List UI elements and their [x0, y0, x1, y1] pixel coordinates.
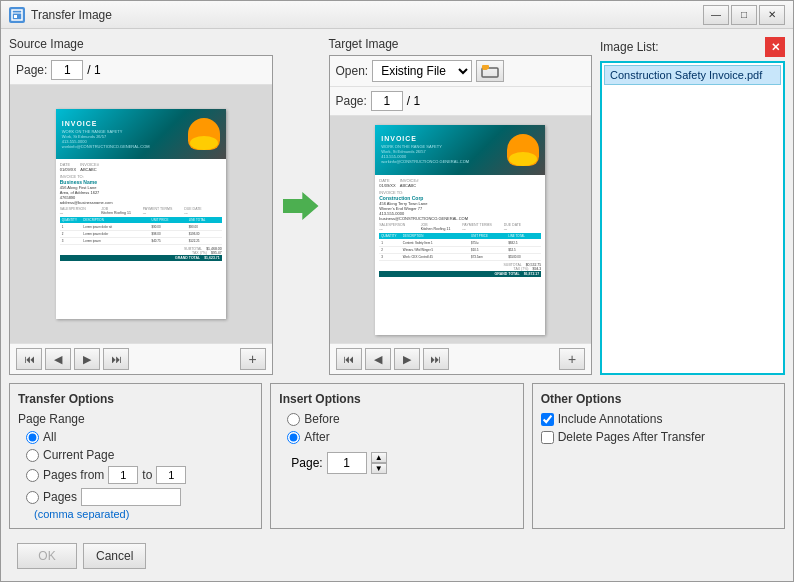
source-last-button[interactable]: ⏭: [103, 348, 129, 370]
target-last-button[interactable]: ⏭: [423, 348, 449, 370]
include-annotations-checkbox[interactable]: [541, 413, 554, 426]
source-label: Source Image: [9, 37, 273, 51]
before-radio[interactable]: [287, 413, 300, 426]
spinner-up-button[interactable]: ▲: [371, 452, 387, 463]
image-list-box: Construction Safety Invoice.pdf: [600, 61, 785, 375]
insert-radio-group: Before After Page: ▲ ▼: [287, 412, 514, 474]
target-invoice-body: DATE01/09/XX INVOICE#ABCABC INVOICE TO: …: [375, 175, 545, 280]
before-radio-row: Before: [287, 412, 514, 426]
pages-from-radio-row: Pages from to: [26, 466, 253, 484]
transfer-options-title: Transfer Options: [18, 392, 253, 406]
cancel-button[interactable]: Cancel: [83, 543, 146, 569]
target-panel: Target Image Open: Existing File New Fil…: [329, 37, 593, 375]
window-icon: [9, 7, 25, 23]
transfer-arrow[interactable]: [283, 192, 319, 220]
spinner-buttons: ▲ ▼: [371, 452, 387, 474]
image-list-label: Image List:: [600, 40, 659, 54]
source-prev-button[interactable]: ◀: [45, 348, 71, 370]
pages-radio-row: Pages: [26, 488, 253, 506]
title-bar: Transfer Image — □ ✕: [1, 1, 793, 29]
minimize-button[interactable]: —: [703, 5, 729, 25]
source-preview-area: INVOICE WORK ON THE RANGE SAFETY Work, S…: [10, 85, 272, 343]
image-list-panel: Image List: ✕ Construction Safety Invoic…: [600, 37, 785, 375]
include-annotations-label[interactable]: Include Annotations: [558, 412, 663, 426]
all-radio-label[interactable]: All: [43, 430, 56, 444]
insert-page-input[interactable]: [327, 452, 367, 474]
image-list-item[interactable]: Construction Safety Invoice.pdf: [604, 65, 781, 85]
after-radio-row: After: [287, 430, 514, 444]
target-nav-buttons: ⏮ ◀ ▶ ⏭ +: [330, 343, 592, 374]
source-border: Page: / 1 INVOICE WORK ON THE RANGE SAFE…: [9, 55, 273, 375]
source-first-button[interactable]: ⏮: [16, 348, 42, 370]
source-page-input[interactable]: [51, 60, 83, 80]
other-options-title: Other Options: [541, 392, 776, 406]
source-invoice-preview: INVOICE WORK ON THE RANGE SAFETY Work, S…: [56, 109, 226, 319]
target-first-button[interactable]: ⏮: [336, 348, 362, 370]
after-radio-label[interactable]: After: [304, 430, 329, 444]
close-button[interactable]: ✕: [759, 5, 785, 25]
page-range-radio-group: All Current Page Pages from to: [26, 430, 253, 506]
pages-from-input[interactable]: [108, 466, 138, 484]
pages-from-radio-label[interactable]: Pages from: [43, 468, 104, 482]
source-page-total: / 1: [87, 63, 100, 77]
arrow-section: [281, 37, 321, 375]
insert-options-title: Insert Options: [279, 392, 514, 406]
source-add-button[interactable]: +: [240, 348, 266, 370]
main-content: Source Image Page: / 1 INVOICE WORK ON T: [1, 29, 793, 581]
source-nav-buttons: ⏮ ◀ ▶ ⏭ +: [10, 343, 272, 374]
target-page-input[interactable]: [371, 91, 403, 111]
pages-radio-label[interactable]: Pages: [43, 490, 77, 504]
maximize-button[interactable]: □: [731, 5, 757, 25]
target-page-total: / 1: [407, 94, 420, 108]
target-add-button[interactable]: +: [559, 348, 585, 370]
source-panel: Source Image Page: / 1 INVOICE WORK ON T: [9, 37, 273, 375]
after-radio[interactable]: [287, 431, 300, 444]
all-radio-row: All: [26, 430, 253, 444]
target-preview-area: INVOICE WORK ON THE RANGE SAFETY Work, S…: [330, 116, 592, 343]
insert-page-label: Page:: [291, 456, 322, 470]
source-page-label: Page:: [16, 63, 47, 77]
delete-pages-checkbox[interactable]: [541, 431, 554, 444]
target-open-label: Open:: [336, 64, 369, 78]
all-radio[interactable]: [26, 431, 39, 444]
bottom-buttons: OK Cancel: [9, 537, 785, 573]
ok-button[interactable]: OK: [17, 543, 77, 569]
target-prev-button[interactable]: ◀: [365, 348, 391, 370]
pages-from-radio[interactable]: [26, 469, 39, 482]
transfer-image-window: Transfer Image — □ ✕ Source Image Page: …: [0, 0, 794, 582]
target-invoice-header: INVOICE WORK ON THE RANGE SAFETY Work, S…: [375, 125, 545, 175]
before-radio-label[interactable]: Before: [304, 412, 339, 426]
transfer-options-panel: Transfer Options Page Range All Current …: [9, 383, 262, 529]
current-page-radio-row: Current Page: [26, 448, 253, 462]
other-options-panel: Other Options Include Annotations Delete…: [532, 383, 785, 529]
current-page-radio-label[interactable]: Current Page: [43, 448, 114, 462]
target-label: Target Image: [329, 37, 593, 51]
svg-rect-4: [482, 65, 489, 69]
window-title: Transfer Image: [31, 8, 703, 22]
include-annotations-row: Include Annotations: [541, 412, 776, 426]
target-open-nav: Open: Existing File New File: [330, 56, 592, 87]
target-page-nav: Page: / 1: [330, 87, 592, 116]
pages-text-input[interactable]: [81, 488, 181, 506]
svg-rect-2: [14, 15, 17, 18]
source-invoice-header: INVOICE WORK ON THE RANGE SAFETY Work, S…: [56, 109, 226, 159]
image-list-close-button[interactable]: ✕: [765, 37, 785, 57]
target-browse-button[interactable]: [476, 60, 504, 82]
target-next-button[interactable]: ▶: [394, 348, 420, 370]
pages-to-label: to: [142, 468, 152, 482]
current-page-radio[interactable]: [26, 449, 39, 462]
window-controls: — □ ✕: [703, 5, 785, 25]
spinner-down-button[interactable]: ▼: [371, 463, 387, 474]
image-list-header: Image List: ✕: [600, 37, 785, 57]
target-open-select[interactable]: Existing File New File: [372, 60, 472, 82]
pages-radio[interactable]: [26, 491, 39, 504]
page-range-label: Page Range: [18, 412, 253, 426]
target-border: Open: Existing File New File: [329, 55, 593, 375]
pages-to-input[interactable]: [156, 466, 186, 484]
source-invoice-body: DATE01/09/XX INVOICE#ABCABC INVOICE TO: …: [56, 159, 226, 264]
comma-note: (comma separated): [34, 508, 253, 520]
source-next-button[interactable]: ▶: [74, 348, 100, 370]
delete-pages-label[interactable]: Delete Pages After Transfer: [558, 430, 705, 444]
bottom-section: Transfer Options Page Range All Current …: [9, 383, 785, 529]
target-invoice-preview: INVOICE WORK ON THE RANGE SAFETY Work, S…: [375, 125, 545, 335]
